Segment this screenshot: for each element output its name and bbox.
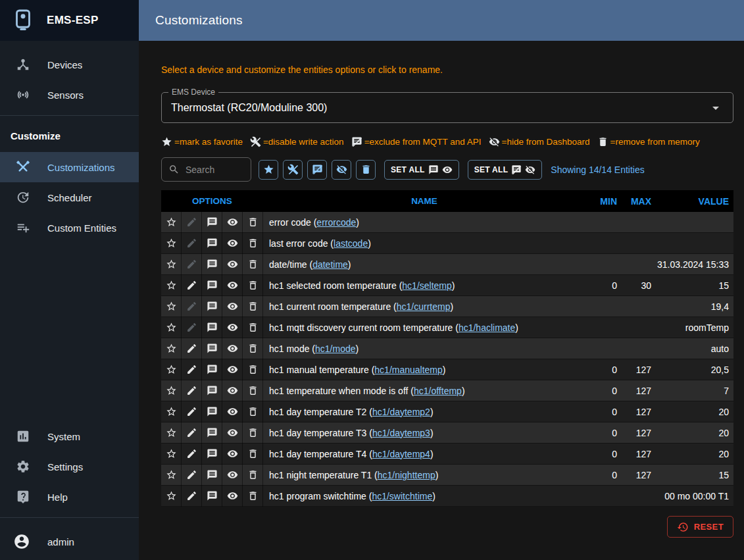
visibility-button[interactable] [222,422,243,444]
favorite-star-button[interactable] [161,338,182,359]
reset-button[interactable]: RESET [667,516,733,538]
set-all-disable-button[interactable]: SET ALL [468,160,543,180]
entity-shortname-link[interactable]: hc1/manualtemp [374,365,443,375]
exclude-mqtt-button[interactable] [202,359,222,380]
exclude-mqtt-button[interactable] [202,486,222,507]
exclude-mqtt-button[interactable] [202,254,222,275]
delete-button[interactable] [243,254,263,275]
delete-button[interactable] [243,359,263,380]
exclude-mqtt-button[interactable] [202,444,222,465]
visibility-button[interactable] [222,296,243,317]
delete-button[interactable] [243,401,263,422]
entity-shortname-link[interactable]: lastcode [334,238,368,249]
sidebar-item-devices[interactable]: Devices [0,49,139,80]
favorite-star-button[interactable] [161,422,182,444]
filter-hide-dashboard-button[interactable] [332,160,351,180]
visibility-button[interactable] [222,401,243,422]
delete-button[interactable] [243,296,263,317]
favorite-star-button[interactable] [161,465,182,486]
entity-shortname-link[interactable]: hc1/daytemp4 [372,449,430,459]
exclude-mqtt-button[interactable] [202,338,222,359]
entity-shortname-link[interactable]: hc1/daytemp2 [372,407,430,417]
visibility-button[interactable] [222,465,243,486]
entity-shortname-link[interactable]: hc1/daytemp3 [372,428,430,438]
filter-favorite-button[interactable] [259,160,278,180]
favorite-star-button[interactable] [161,254,182,275]
sidebar-item-sensors[interactable]: Sensors [0,80,139,110]
filter-exclude-mqtt-button[interactable] [307,160,327,180]
delete-button[interactable] [243,422,263,444]
entity-shortname-link[interactable]: hc1/mode [315,344,355,354]
delete-button[interactable] [243,444,263,465]
rename-button[interactable] [182,359,202,380]
rename-button[interactable] [182,444,202,465]
favorite-star-button[interactable] [161,317,182,338]
visibility-button[interactable] [222,233,243,254]
delete-button[interactable] [243,338,263,359]
favorite-star-button[interactable] [161,401,182,422]
entity-shortname-link[interactable]: hc1/seltemp [402,280,451,291]
delete-button[interactable] [243,380,263,401]
favorite-star-button[interactable] [161,444,182,465]
visibility-button[interactable] [222,486,243,507]
exclude-mqtt-button[interactable] [202,296,222,317]
favorite-star-button[interactable] [161,296,182,317]
exclude-mqtt-button[interactable] [202,275,222,296]
comment-icon [207,406,218,417]
sidebar-item-scheduler[interactable]: Scheduler [0,182,139,213]
favorite-star-button[interactable] [161,486,182,507]
set-all-enable-button[interactable]: SET ALL [384,160,459,180]
exclude-mqtt-button[interactable] [202,212,222,233]
exclude-mqtt-button[interactable] [202,422,222,444]
visibility-button[interactable] [222,317,243,338]
entity-shortname-link[interactable]: hc1/nighttemp [378,470,435,480]
favorite-star-button[interactable] [161,212,182,233]
filter-disable-write-button[interactable] [283,160,303,180]
exclude-mqtt-button[interactable] [202,233,222,254]
favorite-star-button[interactable] [161,359,182,380]
rename-button[interactable] [182,338,202,359]
favorite-star-button[interactable] [161,275,182,296]
delete-button[interactable] [243,212,263,233]
exclude-mqtt-button[interactable] [202,465,222,486]
visibility-button[interactable] [222,338,243,359]
visibility-button[interactable] [222,275,243,296]
exclude-mqtt-button[interactable] [202,380,222,401]
rename-button[interactable] [182,465,202,486]
visibility-button[interactable] [222,444,243,465]
delete-button[interactable] [243,317,263,338]
entity-shortname-link[interactable]: hc1/currtemp [397,301,451,312]
rename-button[interactable] [182,275,202,296]
filter-remove-memory-button[interactable] [356,160,376,180]
entity-shortname-link[interactable]: datetime [312,259,348,270]
entity-shortname-link[interactable]: hc1/switchtime [372,491,432,501]
sidebar-item-custom-entities[interactable]: Custom Entities [0,213,139,243]
search-box[interactable] [161,157,251,182]
visibility-button[interactable] [222,380,243,401]
delete-button[interactable] [243,233,263,254]
favorite-star-button[interactable] [161,233,182,254]
ems-device-select[interactable]: EMS Device Thermostat (RC20/Moduline 300… [161,92,733,123]
exclude-mqtt-button[interactable] [202,317,222,338]
entity-shortname-link[interactable]: hc1/haclimate [459,322,515,333]
exclude-mqtt-button[interactable] [202,401,222,422]
rename-button[interactable] [182,422,202,444]
rename-button[interactable] [182,401,202,422]
rename-button[interactable] [182,486,202,507]
sidebar-item-admin[interactable]: admin [0,523,139,560]
search-input[interactable] [186,165,241,175]
favorite-star-button[interactable] [161,380,182,401]
delete-button[interactable] [243,486,263,507]
entity-shortname-link[interactable]: hc1/offtemp [414,386,462,396]
sidebar-item-help[interactable]: Help [0,482,139,512]
entity-shortname-link[interactable]: errorcode [316,217,356,228]
sidebar-item-settings[interactable]: Settings [0,451,139,482]
sidebar-item-customizations[interactable]: Customizations [0,152,139,182]
delete-button[interactable] [243,465,263,486]
visibility-button[interactable] [222,254,243,275]
visibility-button[interactable] [222,359,243,380]
sidebar-item-system[interactable]: System [0,421,139,451]
visibility-button[interactable] [222,212,243,233]
rename-button[interactable] [182,380,202,401]
delete-button[interactable] [243,275,263,296]
